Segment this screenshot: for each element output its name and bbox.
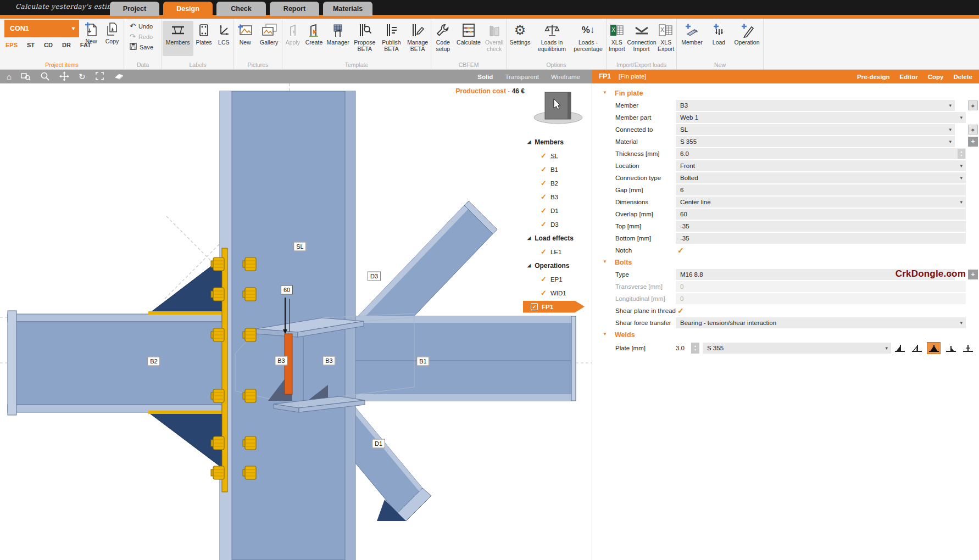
editor-button[interactable]: Editor — [899, 74, 917, 80]
propose-beta-button[interactable]: Propose BETA — [352, 21, 378, 53]
weld-fillet-outline-icon[interactable] — [910, 342, 924, 354]
property-field[interactable]: Front ▾ ▲▼ — [676, 160, 966, 171]
checkbox-check-icon[interactable]: ✓ — [677, 305, 684, 316]
pre-design-button[interactable]: Pre-design — [857, 74, 889, 80]
pan-icon[interactable] — [59, 71, 69, 82]
tree-item-sl[interactable]: ✓ SL — [523, 149, 591, 163]
dropdown-arrow-icon[interactable]: ▾ — [949, 136, 952, 147]
loads-in-equilibrium-toggle[interactable]: Loads in equilibrium — [535, 21, 570, 53]
property-field[interactable]: -35 ▾ ▲▼ — [676, 221, 966, 232]
settings-button[interactable]: ⚙ Settings — [508, 21, 533, 46]
row-extra-button[interactable]: ⌖ — [968, 125, 978, 135]
tree-item-ep1[interactable]: ✓ EP1 — [523, 272, 591, 286]
tree-item-b1[interactable]: ✓ B1 — [523, 163, 591, 176]
tree-group-members[interactable]: ◢ Members — [523, 135, 591, 149]
tab-eps[interactable]: EPS — [5, 42, 18, 48]
tab-dr[interactable]: DR — [62, 42, 71, 48]
property-field[interactable]: Web 1 ▾ ▲▼ — [676, 112, 966, 123]
rotate-icon[interactable]: ↻ — [79, 72, 86, 81]
manage-beta-button[interactable]: Manage BETA — [405, 21, 430, 53]
visibility-check-icon[interactable]: ✓ — [541, 152, 547, 160]
home-view-icon[interactable]: ⌂ — [7, 72, 12, 81]
expander-icon[interactable]: ◢ — [527, 263, 531, 268]
publish-beta-button[interactable]: Publish BETA — [379, 21, 404, 53]
plates-labels-toggle[interactable]: Plates — [194, 21, 214, 46]
visibility-check-icon[interactable]: ✓ — [541, 193, 547, 201]
xls-export-button[interactable]: X XLS Export — [656, 21, 677, 53]
dropdown-arrow-icon[interactable]: ▾ — [960, 112, 963, 123]
weld-thickness-stepper[interactable]: ▲▼ — [691, 343, 699, 354]
property-field[interactable]: B3 ▾ ▲▼ — [676, 100, 955, 111]
mode-wireframe[interactable]: Wireframe — [551, 74, 580, 80]
xls-import-button[interactable]: X XLS Import — [607, 21, 627, 53]
connection-selector[interactable]: CON1 ▾ — [4, 20, 79, 37]
beam-b1[interactable] — [352, 316, 576, 401]
expander-icon[interactable]: ◢ — [527, 236, 531, 240]
tab-design[interactable]: Design — [163, 2, 213, 16]
tab-materials[interactable]: Materials — [323, 2, 372, 16]
property-field[interactable]: 60 ▾ ▲▼ — [676, 209, 966, 220]
copy-project-item-button[interactable]: Copy — [104, 20, 120, 45]
mode-solid[interactable]: Solid — [477, 74, 493, 80]
section-collapse-icon[interactable]: ▼ — [603, 259, 607, 264]
chevron-down-icon[interactable]: ▾ — [72, 20, 75, 37]
tab-report[interactable]: Report — [270, 2, 319, 16]
template-apply-button[interactable]: Apply — [283, 21, 303, 46]
weld-fillet-left-icon[interactable] — [893, 342, 906, 354]
row-extra-button[interactable]: + — [968, 270, 978, 279]
zoom-icon[interactable] — [40, 71, 50, 82]
tree-item-le1[interactable]: ✓ LE1 — [523, 245, 591, 259]
3d-scene[interactable] — [0, 83, 592, 560]
calculate-button[interactable]: Calculate — [455, 21, 482, 46]
template-create-button[interactable]: Create — [303, 21, 324, 46]
row-extra-button[interactable]: ⌖ — [968, 100, 978, 110]
loads-percentage-toggle[interactable]: %↓ Loads - percentage — [571, 21, 605, 53]
clip-section-icon[interactable] — [114, 72, 124, 81]
code-setup-button[interactable]: Code setup — [432, 21, 454, 53]
zoom-window-icon[interactable] — [21, 71, 31, 82]
delete-operation-button[interactable]: Delete — [953, 74, 972, 80]
section-collapse-icon[interactable]: ▼ — [603, 90, 607, 95]
3d-viewport[interactable]: Production cost · 46 € B2 B3 B3 SL D3 B1… — [0, 83, 592, 560]
visibility-check-icon[interactable]: ✓ — [531, 303, 538, 310]
end-plate-ep1[interactable] — [222, 248, 227, 492]
section-collapse-icon[interactable]: ▼ — [603, 332, 607, 337]
template-manager-button[interactable]: Manager — [325, 21, 351, 46]
new-load-button[interactable]: Operation Load — [709, 21, 729, 46]
new-operation-button[interactable]: Operation — [733, 21, 761, 46]
tree-item-d1[interactable]: ✓ D1 — [523, 204, 591, 217]
tab-st[interactable]: ST — [27, 42, 35, 48]
dropdown-arrow-icon[interactable]: ▾ — [960, 197, 963, 208]
property-field[interactable]: -35 ▾ ▲▼ — [676, 233, 966, 244]
mode-transparent[interactable]: Transparent — [505, 74, 539, 80]
tab-project[interactable]: Project — [110, 2, 159, 16]
fit-to-screen-icon[interactable] — [95, 71, 104, 82]
tree-item-fp1[interactable]: ✓ FP1 — [523, 301, 585, 313]
visibility-check-icon[interactable]: ✓ — [541, 220, 547, 228]
property-field[interactable]: SL ▾ ▲▼ — [676, 124, 955, 135]
tree-item-b3[interactable]: ✓ B3 — [523, 190, 591, 204]
beam-b2[interactable] — [8, 248, 227, 492]
lcs-labels-toggle[interactable]: LCS — [214, 21, 233, 46]
visibility-check-icon[interactable]: ✓ — [541, 248, 547, 256]
visibility-check-icon[interactable]: ✓ — [541, 275, 547, 283]
new-member-button[interactable]: Member — [679, 21, 705, 46]
tab-check[interactable]: Check — [216, 2, 266, 16]
weld-thickness-value[interactable]: 3.0 — [676, 343, 685, 354]
dropdown-arrow-icon[interactable]: ▾ — [960, 160, 963, 171]
overall-check-button[interactable]: Overall check — [483, 21, 505, 53]
tab-cd[interactable]: CD — [44, 42, 53, 48]
tree-item-d3[interactable]: ✓ D3 — [523, 217, 591, 231]
property-field[interactable]: Center line ▾ ▲▼ — [676, 197, 966, 208]
dropdown-arrow-icon[interactable]: ▾ — [960, 172, 963, 183]
weld-fillet-both-sides-icon[interactable] — [927, 342, 941, 354]
tree-group-load-effects[interactable]: ◢ Load effects — [523, 231, 591, 245]
dropdown-arrow-icon[interactable]: ▾ — [949, 100, 952, 111]
weld-material-select[interactable]: S 355 ▾ — [703, 343, 891, 354]
visibility-check-icon[interactable]: ✓ — [541, 179, 547, 187]
row-extra-button[interactable]: + — [968, 137, 978, 147]
save-button[interactable]: Save — [130, 43, 156, 51]
visibility-check-icon[interactable]: ✓ — [541, 289, 547, 297]
weld-fillet-right-icon[interactable] — [944, 342, 958, 354]
dropdown-arrow-icon[interactable]: ▾ — [885, 343, 888, 354]
